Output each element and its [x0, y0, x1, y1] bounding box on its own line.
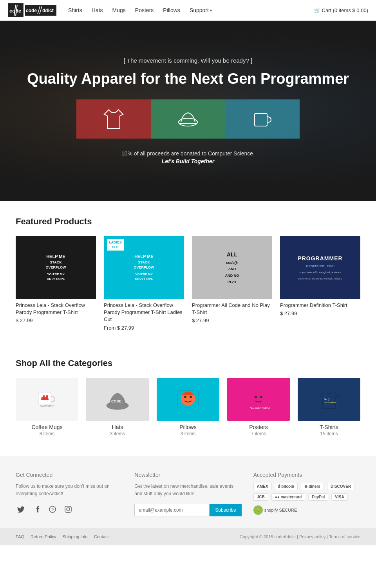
- product-card-4[interactable]: PROGRAMMER pro·gram·mer | noun a person …: [280, 236, 360, 331]
- svg-text:ALL code() AND NO PLAY: ALL code() AND NO PLAY: [250, 407, 270, 409]
- featured-title: Featured Products: [16, 216, 360, 227]
- payment-discover: DISCOVER: [327, 483, 354, 490]
- shopify-badge: 🔒 shopify SECURE: [253, 505, 360, 515]
- twitter-icon[interactable]: [16, 504, 27, 515]
- footer-link-contact[interactable]: Contact: [94, 534, 109, 539]
- product-price-4: $ 27.99: [280, 310, 360, 316]
- footer-main: Get Connected Follow us to make sure you…: [0, 456, 376, 528]
- cat-count-hats: 3 items: [86, 431, 149, 436]
- cat-count-tshirts: 15 items: [298, 431, 360, 436]
- svg-rect-14: [43, 395, 45, 397]
- footer-copyright: Copyright © 2015 codeAddict | Privacy po…: [240, 534, 360, 539]
- products-grid: HELP ME STACK OVERFLOW YOU'RE MY ONLY HO…: [16, 236, 360, 331]
- chevron-down-icon: ▾: [210, 8, 212, 13]
- cat-count-pillows: 3 items: [157, 431, 219, 436]
- nav-shirts[interactable]: Shirts: [68, 7, 82, 13]
- hero-donate-text: 10% of all proceeds are donated to Compu…: [0, 150, 376, 164]
- hero-cat-mugs[interactable]: [225, 99, 300, 139]
- featured-section: Featured Products HELP ME STACK OVERFLOW…: [0, 201, 376, 343]
- product-title-1: Princess Leia - Stack Overflow Parody Pr…: [16, 302, 96, 316]
- cat-title-posters: Posters: [227, 424, 290, 430]
- product-card-3[interactable]: ALL code(); AND AND NO PLAY Programmer A…: [192, 236, 272, 331]
- hero-tagline: [ The movement is comming. Will you be r…: [0, 57, 376, 64]
- cat-thumb-hats: CODE: [86, 378, 149, 421]
- get-connected-title: Get Connected: [16, 472, 123, 478]
- hero-cat-hats[interactable]: [151, 99, 225, 139]
- hero-section: [ The movement is comming. Will you be r…: [0, 21, 376, 201]
- svg-point-24: [190, 396, 192, 398]
- hero-cat-shirts[interactable]: [76, 99, 151, 139]
- cat-thumb-posters: ALL code() AND NO PLAY: [227, 378, 290, 421]
- cat-item-mugs[interactable]: GAMEDEV Coffee Mugs 8 items: [16, 378, 78, 436]
- nav-support[interactable]: Support ▾: [190, 7, 212, 13]
- hero-categories: [0, 99, 376, 139]
- product-title-3: Programmer All Code and No Play T-Shirt: [192, 302, 272, 316]
- categories-section: Shop All the Categories GAMEDEV Coffee M…: [0, 343, 376, 456]
- cat-thumb-mugs: GAMEDEV: [16, 378, 78, 421]
- footer-bottom: FAQ Return Policy Shipping Info Contact …: [0, 528, 376, 545]
- svg-text:P: P: [51, 507, 54, 512]
- cat-title-mugs: Coffee Mugs: [16, 424, 78, 430]
- footer-link-faq[interactable]: FAQ: [16, 534, 24, 539]
- payments-grid: AMEX ₿ bitcoin ⊕ diners DISCOVER JCB ●● …: [253, 483, 360, 501]
- payment-paypal: PayPal: [308, 493, 328, 501]
- cat-title-pillows: Pillows: [157, 424, 219, 430]
- payments-title: Accepted Payments: [253, 472, 360, 478]
- social-icons: P: [16, 504, 123, 515]
- product-card-1[interactable]: HELP ME STACK OVERFLOW YOU'RE MY ONLY HO…: [16, 236, 96, 331]
- svg-text:No Problem: No Problem: [324, 401, 336, 404]
- cat-item-pillows[interactable]: Pillows 3 items: [157, 378, 219, 436]
- product-card-2[interactable]: LADIESCUT HELP ME STACK OVERFLOW YOU'RE …: [104, 236, 184, 331]
- svg-rect-16: [42, 397, 48, 399]
- facebook-icon[interactable]: [31, 504, 42, 515]
- cat-item-posters[interactable]: ALL code() AND NO PLAY Posters 7 items: [227, 378, 290, 436]
- svg-text:GAMEDEV: GAMEDEV: [40, 405, 54, 408]
- newsletter-email-input[interactable]: [134, 504, 210, 516]
- product-title-4: Programmer Definition T-Shirt: [280, 302, 360, 309]
- newsletter-title: Newsletter: [134, 472, 241, 478]
- cart-button[interactable]: 🛒 Cart (0 items $ 0.00): [314, 7, 368, 13]
- payment-diners: ⊕ diners: [301, 483, 324, 490]
- footer-link-return[interactable]: Return Policy: [31, 534, 56, 539]
- cat-title-hats: Hats: [86, 424, 149, 430]
- svg-text:CODE: CODE: [111, 399, 121, 403]
- cat-thumb-pillows: [157, 378, 219, 421]
- product-price-2: From $ 27.99: [104, 325, 184, 331]
- cat-thumb-tshirts: No () No Problem: [298, 378, 360, 421]
- svg-rect-17: [41, 399, 49, 400]
- svg-rect-15: [46, 395, 48, 397]
- product-badge-2: LADIESCUT: [107, 239, 124, 251]
- pinterest-icon[interactable]: P: [47, 504, 58, 515]
- svg-point-23: [184, 396, 186, 398]
- nav-posters[interactable]: Posters: [135, 7, 154, 13]
- footer-links: FAQ Return Policy Shipping Info Contact: [16, 534, 109, 539]
- svg-point-27: [260, 396, 262, 398]
- svg-text:code: code: [26, 8, 37, 13]
- svg-rect-33: [65, 506, 71, 512]
- footer-newsletter: Newsletter Get the latest on new merchan…: [134, 472, 241, 516]
- product-title-2: Princess Leia - Stack Overflow Parody Pr…: [104, 302, 184, 323]
- footer-get-connected: Get Connected Follow us to make sure you…: [16, 472, 123, 516]
- svg-point-26: [255, 396, 257, 398]
- newsletter-subscribe-button[interactable]: Subscribe: [210, 504, 241, 516]
- svg-point-34: [67, 508, 70, 511]
- hero-title: Quality Apparel for the Next Gen Program…: [0, 70, 376, 88]
- cat-item-hats[interactable]: CODE Hats 3 items: [86, 378, 149, 436]
- product-price-1: $ 27.99: [16, 317, 96, 323]
- logo[interactable]: code code ddict: [8, 3, 56, 17]
- nav-mugs[interactable]: Mugs: [112, 7, 126, 13]
- nav-hats[interactable]: Hats: [92, 7, 103, 13]
- nav-pillows[interactable]: Pillows: [163, 7, 180, 13]
- cat-item-tshirts[interactable]: No () No Problem T-Shirts 15 items: [298, 378, 360, 436]
- instagram-icon[interactable]: [63, 504, 74, 515]
- footer-link-shipping[interactable]: Shipping Info: [62, 534, 87, 539]
- payment-amex: AMEX: [253, 483, 272, 490]
- footer-payments: Accepted Payments AMEX ₿ bitcoin ⊕ diner…: [253, 472, 360, 516]
- payment-mastercard: ●● mastercard: [271, 493, 306, 501]
- svg-point-35: [70, 507, 70, 508]
- svg-point-25: [251, 391, 266, 406]
- newsletter-desc: Get the latest on new merchandise, sale …: [134, 483, 241, 498]
- shopify-icon: 🔒: [253, 505, 263, 515]
- payment-visa: VISA: [331, 493, 347, 501]
- cart-icon: 🛒: [314, 7, 320, 13]
